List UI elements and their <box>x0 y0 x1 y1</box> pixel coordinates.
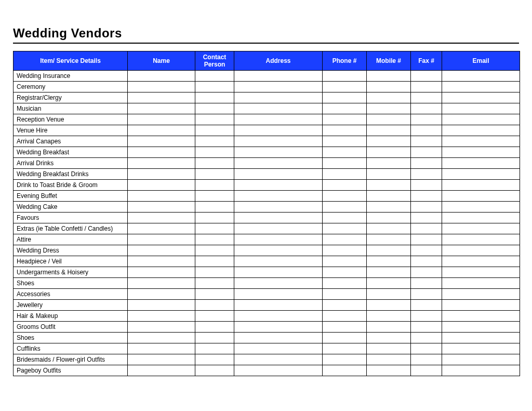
cell-mobile[interactable] <box>367 169 411 180</box>
cell-item[interactable]: Wedding Insurance <box>14 71 128 82</box>
cell-contact[interactable] <box>195 322 234 333</box>
cell-fax[interactable] <box>411 343 442 354</box>
cell-item[interactable]: Headpiece / Veil <box>14 256 128 267</box>
cell-mobile[interactable] <box>367 223 411 234</box>
cell-mobile[interactable] <box>367 278 411 289</box>
cell-fax[interactable] <box>411 333 442 343</box>
cell-email[interactable] <box>442 147 520 158</box>
cell-mobile[interactable] <box>367 300 411 311</box>
cell-address[interactable] <box>234 333 323 343</box>
cell-mobile[interactable] <box>367 234 411 245</box>
cell-fax[interactable] <box>411 223 442 234</box>
cell-fax[interactable] <box>411 256 442 267</box>
cell-contact[interactable] <box>195 114 234 125</box>
cell-mobile[interactable] <box>367 158 411 169</box>
cell-contact[interactable] <box>195 147 234 158</box>
cell-contact[interactable] <box>195 191 234 202</box>
cell-mobile[interactable] <box>367 365 411 376</box>
cell-name[interactable] <box>128 180 195 191</box>
cell-email[interactable] <box>442 245 520 256</box>
cell-phone[interactable] <box>323 223 367 234</box>
cell-fax[interactable] <box>411 114 442 125</box>
cell-phone[interactable] <box>323 136 367 147</box>
cell-mobile[interactable] <box>367 180 411 191</box>
cell-phone[interactable] <box>323 191 367 202</box>
cell-address[interactable] <box>234 311 323 322</box>
cell-phone[interactable] <box>323 103 367 114</box>
cell-email[interactable] <box>442 169 520 180</box>
cell-contact[interactable] <box>195 311 234 322</box>
cell-fax[interactable] <box>411 289 442 300</box>
cell-phone[interactable] <box>323 322 367 333</box>
cell-fax[interactable] <box>411 103 442 114</box>
cell-address[interactable] <box>234 245 323 256</box>
cell-email[interactable] <box>442 125 520 136</box>
cell-address[interactable] <box>234 223 323 234</box>
cell-item[interactable]: Drink to Toast Bride & Groom <box>14 180 128 191</box>
cell-item[interactable]: Shoes <box>14 333 128 343</box>
cell-mobile[interactable] <box>367 245 411 256</box>
cell-item[interactable]: Venue Hire <box>14 125 128 136</box>
cell-address[interactable] <box>234 278 323 289</box>
cell-address[interactable] <box>234 354 323 365</box>
cell-mobile[interactable] <box>367 333 411 343</box>
cell-contact[interactable] <box>195 256 234 267</box>
cell-name[interactable] <box>128 136 195 147</box>
cell-item[interactable]: Hair & Makeup <box>14 311 128 322</box>
cell-item[interactable]: Cufflinks <box>14 343 128 354</box>
cell-fax[interactable] <box>411 234 442 245</box>
cell-name[interactable] <box>128 333 195 343</box>
cell-email[interactable] <box>442 234 520 245</box>
cell-contact[interactable] <box>195 103 234 114</box>
cell-address[interactable] <box>234 114 323 125</box>
cell-address[interactable] <box>234 103 323 114</box>
cell-mobile[interactable] <box>367 354 411 365</box>
cell-item[interactable]: Arrival Drinks <box>14 158 128 169</box>
cell-email[interactable] <box>442 365 520 376</box>
cell-address[interactable] <box>234 213 323 223</box>
cell-contact[interactable] <box>195 245 234 256</box>
cell-mobile[interactable] <box>367 136 411 147</box>
cell-fax[interactable] <box>411 202 442 213</box>
cell-address[interactable] <box>234 92 323 103</box>
cell-name[interactable] <box>128 92 195 103</box>
cell-fax[interactable] <box>411 158 442 169</box>
cell-phone[interactable] <box>323 256 367 267</box>
cell-address[interactable] <box>234 234 323 245</box>
cell-item[interactable]: Registrar/Clergy <box>14 92 128 103</box>
cell-fax[interactable] <box>411 92 442 103</box>
cell-fax[interactable] <box>411 365 442 376</box>
cell-mobile[interactable] <box>367 147 411 158</box>
cell-email[interactable] <box>442 343 520 354</box>
cell-fax[interactable] <box>411 136 442 147</box>
cell-name[interactable] <box>128 289 195 300</box>
cell-email[interactable] <box>442 136 520 147</box>
cell-mobile[interactable] <box>367 202 411 213</box>
cell-item[interactable]: Jewellery <box>14 300 128 311</box>
cell-contact[interactable] <box>195 180 234 191</box>
cell-item[interactable]: Wedding Dress <box>14 245 128 256</box>
cell-name[interactable] <box>128 191 195 202</box>
cell-address[interactable] <box>234 300 323 311</box>
cell-email[interactable] <box>442 103 520 114</box>
cell-fax[interactable] <box>411 191 442 202</box>
cell-contact[interactable] <box>195 354 234 365</box>
cell-contact[interactable] <box>195 289 234 300</box>
cell-item[interactable]: Wedding Breakfast <box>14 147 128 158</box>
cell-phone[interactable] <box>323 289 367 300</box>
cell-mobile[interactable] <box>367 114 411 125</box>
cell-phone[interactable] <box>323 333 367 343</box>
cell-email[interactable] <box>442 213 520 223</box>
cell-email[interactable] <box>442 333 520 343</box>
cell-contact[interactable] <box>195 92 234 103</box>
cell-email[interactable] <box>442 82 520 92</box>
cell-mobile[interactable] <box>367 92 411 103</box>
cell-item[interactable]: Attire <box>14 234 128 245</box>
cell-contact[interactable] <box>195 125 234 136</box>
cell-address[interactable] <box>234 202 323 213</box>
cell-name[interactable] <box>128 103 195 114</box>
cell-item[interactable]: Wedding Cake <box>14 202 128 213</box>
cell-fax[interactable] <box>411 71 442 82</box>
cell-item[interactable]: Musician <box>14 103 128 114</box>
cell-contact[interactable] <box>195 343 234 354</box>
